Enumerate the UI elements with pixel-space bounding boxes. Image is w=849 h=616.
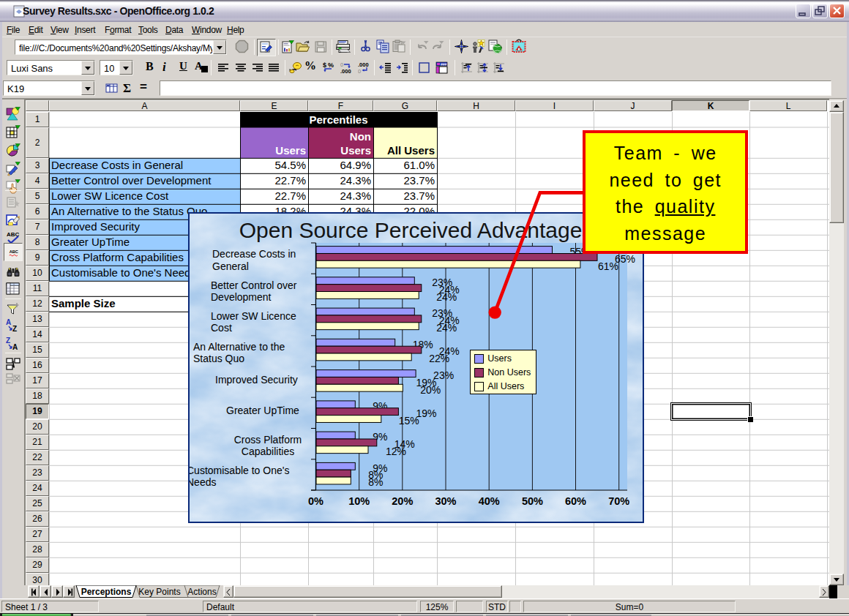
- svg-text:%: %: [328, 61, 334, 69]
- svg-text:Z: Z: [12, 325, 17, 333]
- svg-text:$: $: [323, 61, 326, 69]
- svg-text:A: A: [6, 318, 11, 326]
- svg-text:ABC: ABC: [10, 249, 18, 254]
- svg-text:Key Points: Key Points: [138, 587, 180, 597]
- svg-text:Actions: Actions: [187, 587, 216, 597]
- svg-text:###: ###: [441, 62, 447, 67]
- svg-text:Z: Z: [6, 337, 10, 345]
- svg-text:.000: .000: [340, 68, 351, 75]
- svg-text:0: 0: [358, 68, 361, 75]
- svg-text:Perceptions: Perceptions: [81, 587, 132, 597]
- svg-text:A: A: [12, 343, 18, 351]
